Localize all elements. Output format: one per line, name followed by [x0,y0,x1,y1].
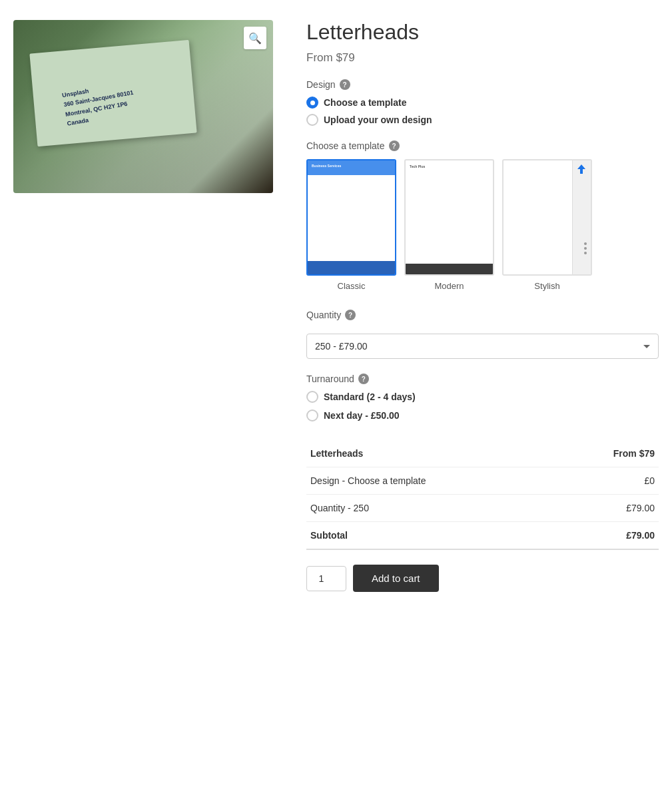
template-grid: Business Services Classic Tech Plus Mode… [306,159,659,291]
classic-footer [308,261,395,274]
summary-product-label: Letterheads [306,440,558,467]
quantity-help-icon[interactable]: ? [345,310,356,320]
template-preview-classic: Business Services [306,159,396,276]
cart-quantity-input[interactable] [306,566,346,591]
turnaround-standard[interactable]: Standard (2 - 4 days) [306,391,659,403]
summary-design-label: Design - Choose a template [306,467,558,495]
radio-next-day [306,409,318,421]
modern-top-text: Tech Plus [410,164,425,168]
template-name-classic: Classic [306,281,396,291]
upload-design-label: Upload your own design [324,115,432,125]
dot3 [584,252,587,254]
turnaround-next-day[interactable]: Next day - £50.00 [306,409,659,421]
template-preview-modern: Tech Plus [404,159,494,276]
design-section-label: Design ? [306,79,659,90]
template-name-modern: Modern [404,281,494,291]
summary-quantity-value: £79.00 [558,495,659,522]
stylish-side-dots [584,242,587,254]
template-section-label: Choose a template ? [306,140,659,151]
turnaround-section: Turnaround ? Standard (2 - 4 days) Next … [306,374,659,421]
product-image-column: Unsplash 360 Saint-Jacques 80101 Montrea… [13,20,273,193]
design-option-choose-template[interactable]: Choose a template [306,97,659,109]
choose-template-label: Choose a template [324,97,406,108]
design-label-text: Design [306,79,336,90]
cart-row: Add to cart [306,565,659,592]
design-options: Choose a template Upload your own design [306,97,659,126]
zoom-button[interactable]: 🔍 [244,27,266,49]
template-modern[interactable]: Tech Plus Modern [404,159,494,291]
summary-row-design: Design - Choose a template £0 [306,467,659,495]
stylish-logo [577,164,585,172]
summary-quantity-label: Quantity - 250 [306,495,558,522]
turnaround-label-text: Turnaround [306,374,354,384]
zoom-icon: 🔍 [248,32,262,45]
product-title: Letterheads [306,20,659,45]
summary-subtotal-label: Subtotal [306,522,558,550]
quantity-section-label: Quantity ? [306,310,659,320]
summary-row-product: Letterheads From $79 [306,440,659,467]
envelope-line4: Canada [67,117,89,127]
modern-footer [406,264,493,274]
template-stylish[interactable]: Stylish [502,159,592,291]
envelope-text: Unsplash 360 Saint-Jacques 80101 Montrea… [61,79,137,129]
template-label-text: Choose a template [306,140,385,151]
summary-table: Letterheads From $79 Design - Choose a t… [306,440,659,550]
radio-choose-template [306,97,318,109]
page-container: Unsplash 360 Saint-Jacques 80101 Montrea… [0,0,672,612]
template-name-stylish: Stylish [502,281,592,291]
stylish-sidebar [572,160,591,274]
product-price: From $79 [306,51,659,65]
turnaround-help-icon[interactable]: ? [358,374,369,384]
product-layout: Unsplash 360 Saint-Jacques 80101 Montrea… [13,20,659,592]
product-image-inner: Unsplash 360 Saint-Jacques 80101 Montrea… [13,20,273,193]
classic-header-bar [308,160,395,175]
quantity-section: Quantity ? 250 - £79.00 500 - £129.00 10… [306,310,659,359]
standard-label: Standard (2 - 4 days) [324,392,416,402]
summary-row-subtotal: Subtotal £79.00 [306,522,659,550]
quantity-label-text: Quantity [306,310,341,320]
turnaround-options: Standard (2 - 4 days) Next day - £50.00 [306,391,659,421]
add-to-cart-button[interactable]: Add to cart [353,565,439,592]
summary-product-value: From $79 [558,440,659,467]
envelope-shape: Unsplash 360 Saint-Jacques 80101 Montrea… [29,40,196,146]
template-section: Choose a template ? Business Services Cl… [306,140,659,291]
template-help-icon[interactable]: ? [389,140,400,151]
radio-upload-design [306,114,318,126]
classic-title-text: Business Services [312,164,341,168]
design-help-icon[interactable]: ? [340,79,350,90]
summary-subtotal-value: £79.00 [558,522,659,550]
dot2 [584,247,587,250]
turnaround-section-label: Turnaround ? [306,374,659,384]
radio-standard [306,391,318,403]
template-classic[interactable]: Business Services Classic [306,159,396,291]
summary-design-value: £0 [558,467,659,495]
product-details-column: Letterheads From $79 Design ? Choose a t… [306,20,659,592]
product-image: Unsplash 360 Saint-Jacques 80101 Montrea… [13,20,273,193]
template-preview-stylish [502,159,592,276]
dot1 [584,242,587,245]
quantity-select[interactable]: 250 - £79.00 500 - £129.00 1000 - £199.0… [306,334,659,359]
next-day-label: Next day - £50.00 [324,410,400,421]
design-option-upload[interactable]: Upload your own design [306,114,659,126]
summary-row-quantity: Quantity - 250 £79.00 [306,495,659,522]
